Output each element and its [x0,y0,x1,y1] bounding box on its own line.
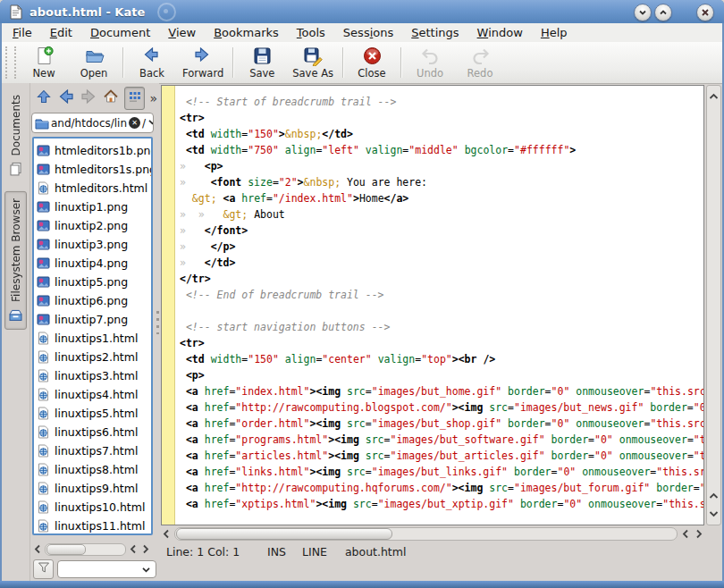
code-line: <a href="programs.html"><img src="images… [180,432,703,448]
file-list-item[interactable]: linuxtips10.html [37,498,151,517]
back-nav-button[interactable] [56,88,75,109]
menu-bookmarks[interactable]: Bookmarks [206,24,286,41]
file-list-item[interactable]: htmleditors1s.png [37,160,151,179]
file-name: linuxtip7.png [55,313,128,326]
scroll-down-icon[interactable] [708,506,720,523]
image-icon [37,144,50,157]
path-elide-badge: ✕ [129,117,140,129]
minimize-button[interactable] [634,4,652,21]
scroll-right-icon[interactable] [140,544,151,555]
scroll-left-icon[interactable] [128,544,139,555]
scroll-left-icon[interactable] [161,529,172,540]
path-combobox[interactable]: and/htdocs/lin ✕ / [31,113,154,133]
file-list-item[interactable]: linuxtip3.png [37,235,151,254]
save-button[interactable]: Save [237,44,287,81]
scroll-left-icon[interactable] [680,529,691,540]
file-list-item[interactable]: linuxtips4.html [37,385,151,404]
filter-row [33,559,156,579]
file-list-item[interactable]: linuxtips1.html [37,329,151,348]
file-list-item[interactable]: linuxtip7.png [37,310,151,329]
open-icon [84,46,105,66]
editor-vscrollbar[interactable] [706,85,721,525]
file-list-item[interactable]: linuxtips11.html [37,517,151,535]
scrollbar-trough[interactable] [174,527,678,541]
toolbar: NewOpenBackForwardSaveSave AsCloseUndoRe… [2,42,722,84]
code-line: <a href="index.html"><img src="images/bu… [180,383,703,399]
file-list-item[interactable]: linuxtips3.html [37,366,151,385]
code-line: » <p> [180,158,703,174]
tab-documents[interactable]: Documents [5,88,26,182]
code-line: <td width="150">&nbsp;</td> [180,126,703,142]
menu-help[interactable]: Help [534,24,575,41]
scroll-left-icon[interactable] [32,544,43,555]
funnel-icon [37,560,51,578]
file-list-item[interactable]: htmleditors1b.png [37,141,151,160]
file-list-item[interactable]: linuxtips7.html [37,441,151,460]
window-bottom-border [0,581,724,588]
scrollbar-trough[interactable] [45,543,126,556]
back-icon [142,46,163,66]
toolbar-drag-handle[interactable] [5,46,16,79]
editor-code[interactable]: <!-- Start of breadcrumb trail --><tr> <… [175,86,703,525]
file-list-item[interactable]: linuxtips9.html [37,479,151,498]
back-button[interactable]: Back [127,44,177,81]
file-list-item[interactable]: linuxtip2.png [37,216,151,235]
file-name: linuxtips2.html [55,350,138,364]
file-list-item[interactable]: linuxtip5.png [37,273,151,291]
menu-settings[interactable]: Settings [404,24,466,41]
filesystem-browser-panel: » and/htdocs/lin ✕ / htmleditors1b.pnght… [30,83,159,581]
scroll-up-icon[interactable] [708,88,720,105]
icon-view-button[interactable] [124,87,145,110]
home-icon [103,88,119,108]
file-name: linuxtips8.html [55,463,138,476]
combo-chevron-down-icon[interactable] [141,561,151,578]
code-line: &gt; <a href="/index.html">Home</a> [180,190,703,206]
scrollbar-thumb[interactable] [46,544,86,555]
file-list-item[interactable]: linuxtips2.html [37,348,151,366]
overflow-chevron-icon[interactable]: » [149,91,157,105]
file-list-item[interactable]: linuxtip1.png [37,197,151,216]
html-icon [37,350,50,364]
menu-edit[interactable]: Edit [43,24,80,41]
insert-mode: INS [267,545,286,559]
filter-button[interactable] [33,559,54,579]
file-list-item[interactable]: linuxtip6.png [37,291,151,310]
chevron-down-icon [637,7,648,18]
file-list-item[interactable]: linuxtips5.html [37,404,151,423]
up-button[interactable] [34,88,53,109]
forward-nav-button [80,88,98,109]
scroll-up-icon[interactable] [708,488,720,505]
menu-tools[interactable]: Tools [290,24,333,41]
forward-button[interactable]: Forward [177,44,229,81]
titlebar[interactable]: about.html - Kate [0,0,724,23]
scrollbar-thumb[interactable] [176,528,392,540]
filter-combobox[interactable] [57,560,156,578]
file-list-item[interactable]: htmleditors.html [37,179,151,197]
menu-file[interactable]: File [5,24,39,41]
open-button[interactable]: Open [69,44,119,81]
menu-document[interactable]: Document [83,24,157,41]
code-line: <!-- End of breadcrumb trail --> [180,287,703,303]
save-as-button[interactable]: Save As [287,44,339,81]
html-icon [37,519,50,533]
editor[interactable]: <!-- Start of breadcrumb trail --><tr> <… [161,85,704,525]
close-button[interactable]: Close [347,44,397,81]
code-line: <tr> [180,110,703,126]
menu-view[interactable]: View [161,24,203,41]
editor-hscrollbar[interactable] [161,527,704,541]
file-list-item[interactable]: linuxtip4.png [37,254,151,273]
file-list-item[interactable]: linuxtips6.html [37,423,151,441]
home-button[interactable] [102,88,121,109]
scroll-right-icon[interactable] [694,529,704,540]
menu-window[interactable]: Window [470,24,530,41]
new-button[interactable]: New [19,44,69,81]
close-window-button[interactable] [696,4,714,21]
combo-chevron-down-icon[interactable] [147,117,154,130]
maximize-button[interactable] [654,4,672,21]
kate-window: about.html - Kate FileEditDocumentViewBo… [0,0,724,588]
file-list-item[interactable]: linuxtips8.html [37,460,151,479]
menu-sessions[interactable]: Sessions [336,24,400,41]
file-list-hscrollbar[interactable] [32,542,151,556]
close-icon [362,46,383,66]
tab-filesystem-browser[interactable]: Filesystem Browser [4,191,27,330]
